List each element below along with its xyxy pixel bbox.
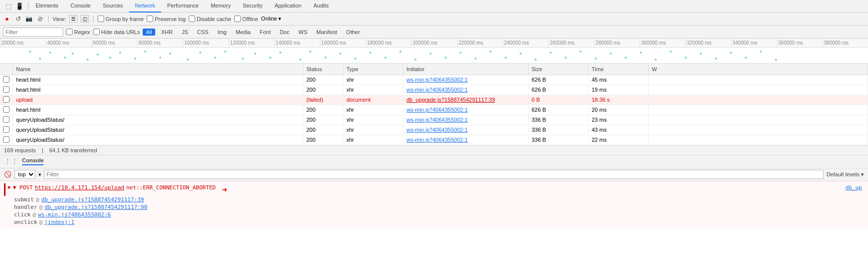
svg-point-26 [760, 51, 762, 53]
hide-data-urls-checkbox[interactable]: Hide data URLs [93, 29, 140, 35]
filter-manifest-btn[interactable]: Manifest [313, 29, 340, 36]
console-clear-icon[interactable]: 🚫 [4, 171, 12, 178]
filter-css-btn[interactable]: CSS [194, 29, 212, 36]
camera-button[interactable]: 📷 [25, 15, 33, 23]
table-row[interactable]: heart.html200xhrws-min.js?4064355002:162… [0, 105, 868, 115]
row-checkbox[interactable] [3, 76, 10, 83]
stack-row-onclick: onclick @ (index):1 [4, 218, 864, 226]
stack-link-onclick[interactable]: (index):1 [45, 219, 75, 225]
cell-initiator[interactable]: db_upgrade.js?15887454291117:39 [403, 95, 529, 105]
filter-other-btn[interactable]: Other [343, 29, 363, 36]
console-filter-input[interactable] [44, 170, 823, 179]
error-url[interactable]: https://10.4.171.154/upload [35, 184, 124, 191]
tab-console[interactable]: Console [65, 0, 97, 13]
preserve-log-checkbox[interactable]: Preserve log [147, 16, 186, 22]
filter-doc-btn[interactable]: Doc [277, 29, 293, 36]
table-header: Name Status Type Initiator Size Time W [0, 64, 868, 75]
cell-initiator[interactable]: ws-min.js?4064355002:1 [403, 135, 529, 145]
svg-point-34 [214, 57, 216, 59]
svg-point-45 [535, 59, 537, 61]
group-by-frame-checkbox[interactable]: Group by frame [98, 16, 144, 22]
device-icon[interactable]: 📱 [14, 3, 25, 10]
ruler-tick: 120000 ms [228, 39, 274, 47]
cell-status: 200 [303, 105, 343, 115]
request-count: 169 requests [4, 147, 36, 153]
svg-point-11 [309, 51, 311, 53]
tab-audits[interactable]: Audits [307, 0, 335, 13]
filter-img-btn[interactable]: Img [214, 29, 229, 36]
filter-ws-btn[interactable]: WS [295, 29, 310, 36]
cell-size: 626 B [529, 75, 589, 85]
default-levels-label[interactable]: Default levels ▾ [826, 171, 864, 178]
cell-initiator[interactable]: ws-min.js?4064355002:1 [403, 125, 529, 135]
cell-waterfall [649, 115, 868, 125]
col-size-header[interactable]: Size [529, 64, 589, 75]
row-checkbox[interactable] [3, 106, 10, 113]
context-selector[interactable]: top [15, 170, 36, 179]
table-row[interactable]: queryUploadStatus/200xhrws-min.js?406435… [0, 125, 868, 135]
online-select[interactable]: Online ▾ [261, 16, 282, 22]
row-checkbox[interactable] [3, 126, 10, 133]
disable-cache-checkbox[interactable]: Disable cache [189, 16, 231, 22]
filter-all-btn[interactable]: All [143, 29, 155, 36]
col-type-header[interactable]: Type [343, 64, 403, 75]
svg-point-20 [580, 51, 582, 53]
context-dropdown-arrow[interactable]: ▾ [39, 172, 41, 177]
cell-initiator[interactable]: ws-min.js?4064355002:1 [403, 85, 529, 95]
col-time-header[interactable]: Time [589, 64, 649, 75]
col-initiator-header[interactable]: Initiator [403, 64, 529, 75]
filter-input[interactable] [3, 28, 63, 37]
row-checkbox[interactable] [3, 86, 10, 93]
col-status-header[interactable]: Status [303, 64, 343, 75]
cell-waterfall [649, 85, 868, 95]
stack-link-submit[interactable]: db_upgrade.js?15887454291117:39 [41, 196, 144, 203]
svg-point-19 [550, 52, 552, 54]
inspect-icon[interactable]: ⬚ [4, 3, 13, 10]
ruler-tick: 200000 ms [411, 39, 457, 47]
stack-label-handler: handler [14, 204, 37, 210]
tab-security[interactable]: Security [237, 0, 269, 13]
offline-checkbox[interactable]: Offline [234, 16, 258, 22]
table-row[interactable]: upload(failed)documentdb_upgrade.js?1588… [0, 95, 868, 105]
table-row[interactable]: heart.html200xhrws-min.js?4064355002:162… [0, 75, 868, 85]
refresh-button[interactable]: ↺ [14, 15, 22, 23]
stack-at-click: @ [33, 211, 36, 218]
table-row[interactable]: queryUploadStatus/200xhrws-min.js?406435… [0, 115, 868, 125]
tab-performance[interactable]: Performance [161, 0, 205, 13]
cell-name: heart.html [13, 105, 303, 115]
cell-size: 336 B [529, 135, 589, 145]
cell-initiator[interactable]: ws-min.js?4064355002:1 [403, 75, 529, 85]
cell-time: 22 ms [589, 135, 649, 145]
filter-toggle-button[interactable]: ⊘ [36, 15, 44, 23]
stack-link-handler[interactable]: db_upgrade.js?15887454291117:90 [45, 204, 147, 210]
cell-initiator[interactable]: ws-min.js?4064355002:1 [403, 115, 529, 125]
record-button[interactable]: ● [3, 15, 11, 23]
row-checkbox[interactable] [3, 116, 10, 123]
svg-point-18 [520, 53, 522, 55]
tab-elements[interactable]: Elements [30, 0, 65, 13]
console-tab[interactable]: Console [22, 157, 44, 165]
tab-sources[interactable]: Sources [97, 0, 129, 13]
stack-link-click[interactable]: ws-min.js?4064355002:6 [38, 211, 111, 218]
tab-memory[interactable]: Memory [205, 0, 237, 13]
row-checkbox[interactable] [3, 96, 10, 103]
ruler-tick: 320000 ms [685, 39, 731, 47]
tab-application[interactable]: Application [268, 0, 307, 13]
table-row[interactable]: queryUploadStatus/200xhrws-min.js?406435… [0, 135, 868, 145]
svg-point-22 [640, 52, 642, 54]
col-name-header[interactable]: Name [13, 64, 303, 75]
table-row[interactable]: heart.html200xhrws-min.js?4064355002:162… [0, 85, 868, 95]
filter-media-btn[interactable]: Media [233, 29, 254, 36]
filter-font-btn[interactable]: Font [257, 29, 274, 36]
view-list-icon[interactable]: ☰ [69, 15, 78, 23]
stack-at-onclick: @ [39, 219, 43, 225]
view-screenshot-icon[interactable]: ◫ [81, 15, 89, 23]
col-waterfall-header[interactable]: W [649, 64, 868, 75]
row-checkbox[interactable] [3, 136, 10, 143]
tab-network[interactable]: Network [129, 0, 161, 13]
filter-js-btn[interactable]: JS [179, 29, 191, 36]
regex-checkbox[interactable]: Regex [66, 29, 90, 35]
cell-initiator[interactable]: ws-min.js?4064355002:1 [403, 105, 529, 115]
error-source-ref[interactable]: db_up [845, 184, 862, 191]
filter-xhr-btn[interactable]: XHR [158, 29, 176, 36]
